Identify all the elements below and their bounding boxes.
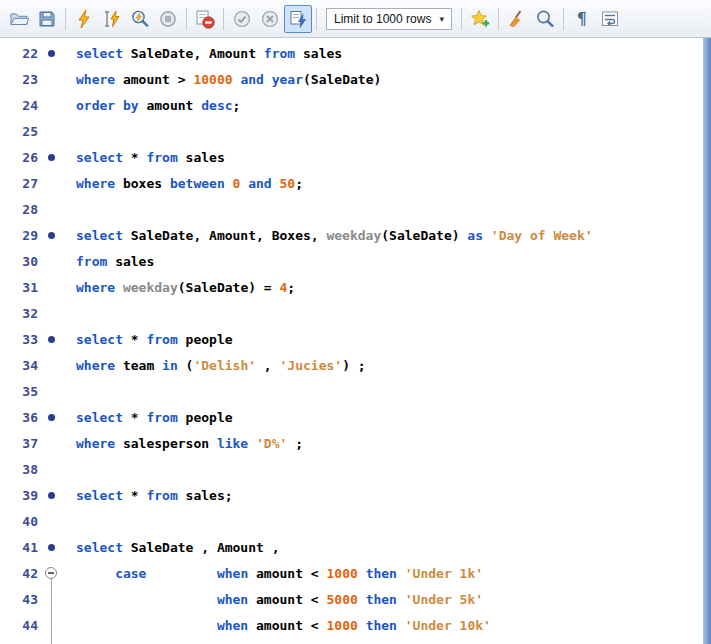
line-number: 24 — [0, 98, 38, 113]
code-line[interactable]: 38 — [0, 456, 711, 482]
code-text: order by amount desc; — [76, 98, 240, 113]
code-text: when amount < 1000 then 'Under 10k' — [76, 618, 491, 633]
marker-column — [38, 232, 64, 239]
stop-button[interactable] — [154, 5, 182, 33]
marker-column — [38, 414, 64, 421]
line-number: 40 — [0, 514, 38, 529]
beautify-broom-icon — [507, 9, 527, 29]
fold-guide-line — [51, 579, 52, 644]
chevron-down-icon: ▾ — [439, 14, 444, 24]
toolbar-separator — [461, 8, 462, 30]
code-line[interactable]: 34where team in ('Delish' , 'Jucies') ; — [0, 352, 711, 378]
code-text: when amount < 5000 then 'Under 5k' — [76, 592, 483, 607]
code-text: where boxes between 0 and 50; — [76, 176, 303, 191]
code-text: select * from sales — [76, 150, 225, 165]
line-number: 28 — [0, 202, 38, 217]
vertical-scrollbar[interactable] — [703, 38, 711, 644]
save-icon — [37, 9, 57, 29]
execute-button[interactable] — [70, 5, 98, 33]
statement-marker-icon — [48, 544, 55, 551]
code-line[interactable]: 28 — [0, 196, 711, 222]
code-line[interactable]: 29select SaleDate, Amount, Boxes, weekda… — [0, 222, 711, 248]
code-line[interactable]: 22select SaleDate, Amount from sales — [0, 40, 711, 66]
code-text: where weekday(SaleDate) = 4; — [76, 280, 295, 295]
rollback-button[interactable] — [256, 5, 284, 33]
code-line[interactable]: 44 when amount < 1000 then 'Under 10k' — [0, 612, 711, 638]
autocommit-icon — [288, 9, 308, 29]
code-line[interactable]: 41select SaleDate , Amount , — [0, 534, 711, 560]
code-line[interactable]: 42 case when amount < 1000 then 'Under 1… — [0, 560, 711, 586]
code-line[interactable]: 40 — [0, 508, 711, 534]
statement-marker-icon — [48, 232, 55, 239]
code-text: case when amount < 1000 then 'Under 1k' — [76, 566, 483, 581]
code-line[interactable]: 32 — [0, 300, 711, 326]
open-file-button[interactable] — [5, 5, 33, 33]
line-number: 31 — [0, 280, 38, 295]
marker-column — [38, 154, 64, 161]
explain-magnifier-lightning-icon — [130, 9, 150, 29]
code-line[interactable]: 24order by amount desc; — [0, 92, 711, 118]
limit-rows-dropdown[interactable]: Limit to 1000 rows ▾ — [326, 8, 452, 30]
editor-toolbar: Limit to 1000 rows ▾ — [0, 0, 711, 38]
explain-button[interactable] — [126, 5, 154, 33]
save-button[interactable] — [33, 5, 61, 33]
code-text: select * from people — [76, 332, 233, 347]
line-number: 43 — [0, 592, 38, 607]
sql-editor-window: Limit to 1000 rows ▾ — [0, 0, 711, 644]
find-button[interactable] — [531, 5, 559, 33]
line-number: 41 — [0, 540, 38, 555]
code-text: where salesperson like 'D%' ; — [76, 436, 303, 451]
code-line[interactable]: 35 — [0, 378, 711, 404]
code-text: from sales — [76, 254, 154, 269]
code-text: select * from people — [76, 410, 233, 425]
wrap-text-button[interactable] — [596, 5, 624, 33]
code-text: select SaleDate, Amount, Boxes, weekday(… — [76, 228, 593, 243]
code-text: select SaleDate , Amount , — [76, 540, 280, 555]
line-number: 39 — [0, 488, 38, 503]
code-line[interactable]: 31where weekday(SaleDate) = 4; — [0, 274, 711, 300]
toolbar-separator — [223, 8, 224, 30]
code-line[interactable]: 37where salesperson like 'D%' ; — [0, 430, 711, 456]
fold-collapse-icon[interactable] — [45, 567, 57, 579]
code-text: where amount > 10000 and year(SaleDate) — [76, 72, 381, 87]
code-line[interactable]: 33select * from people — [0, 326, 711, 352]
code-line[interactable]: 36select * from people — [0, 404, 711, 430]
code-line[interactable]: 23where amount > 10000 and year(SaleDate… — [0, 66, 711, 92]
line-number: 34 — [0, 358, 38, 373]
statement-marker-icon — [48, 154, 55, 161]
folder-open-icon — [9, 9, 29, 29]
new-snippet-button[interactable] — [466, 5, 494, 33]
stop-on-error-toggle[interactable] — [191, 5, 219, 33]
code-line[interactable]: 30from sales — [0, 248, 711, 274]
marker-column — [38, 544, 64, 551]
beautify-button[interactable] — [503, 5, 531, 33]
code-line[interactable]: 26select * from sales — [0, 144, 711, 170]
pilcrow-icon: ¶ — [577, 11, 587, 27]
line-number: 27 — [0, 176, 38, 191]
limit-rows-value: Limit to 1000 rows — [334, 12, 431, 26]
toolbar-separator — [498, 8, 499, 30]
code-line[interactable]: 39select * from sales; — [0, 482, 711, 508]
toolbar-separator — [563, 8, 564, 30]
commit-button[interactable] — [228, 5, 256, 33]
code-text: select SaleDate, Amount from sales — [76, 46, 342, 61]
statement-marker-icon — [48, 492, 55, 499]
code-line[interactable]: 43 when amount < 5000 then 'Under 5k' — [0, 586, 711, 612]
line-number: 25 — [0, 124, 38, 139]
line-number: 26 — [0, 150, 38, 165]
execute-lightning-icon — [74, 9, 94, 29]
execute-current-button[interactable] — [98, 5, 126, 33]
statement-marker-icon — [48, 50, 55, 57]
toolbar-separator — [65, 8, 66, 30]
code-line[interactable]: 27where boxes between 0 and 50; — [0, 170, 711, 196]
line-number: 42 — [0, 566, 38, 581]
autocommit-toggle[interactable] — [284, 5, 312, 33]
sql-code-editor[interactable]: 22select SaleDate, Amount from sales23wh… — [0, 38, 711, 644]
line-number: 32 — [0, 306, 38, 321]
code-line[interactable]: 25 — [0, 118, 711, 144]
line-number: 44 — [0, 618, 38, 633]
line-number: 38 — [0, 462, 38, 477]
marker-column — [38, 336, 64, 343]
line-number: 36 — [0, 410, 38, 425]
show-invisibles-button[interactable]: ¶ — [568, 5, 596, 33]
